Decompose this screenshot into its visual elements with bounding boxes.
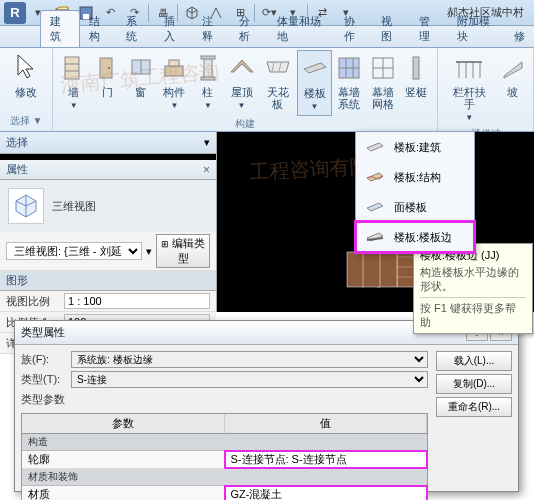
floor-edge-item[interactable]: 楼板:楼板边 [356, 222, 474, 252]
curtain-grid-icon [369, 52, 397, 84]
param-material-row: 材质GZ-混凝土 [22, 486, 427, 500]
railing-icon [453, 52, 485, 84]
tab-massing[interactable]: 体量和场地 [268, 11, 335, 47]
roof-icon [228, 52, 256, 84]
params-table: 参数值 构造 轮廓S-连接节点: S-连接节点 材质和装饰 材质GZ-混凝土 标… [21, 413, 428, 500]
ceiling-icon [264, 52, 292, 84]
tab-architecture[interactable]: 建筑 [40, 10, 80, 47]
door-button[interactable]: 门 [91, 50, 125, 116]
rename-button[interactable]: 重命名(R)... [436, 397, 512, 417]
svg-point-7 [108, 67, 110, 69]
duplicate-button[interactable]: 复制(D)... [436, 374, 512, 394]
svg-rect-12 [204, 57, 212, 79]
select-label: 选择 [6, 135, 28, 150]
component-icon [160, 52, 188, 84]
type-params-label: 类型参数 [21, 392, 428, 407]
col-value: 值 [225, 414, 428, 433]
wall-button[interactable]: 墙▼ [57, 50, 91, 116]
component-button[interactable]: 构件▼ [158, 50, 192, 116]
tooltip-help: 按 F1 键获得更多帮助 [420, 297, 526, 329]
ribbon-panel: 修改 选择 ▼ 墙▼ 门 窗 构件▼ 柱▼ 屋顶▼ 天花板 楼板▼ 幕墙 系统 … [0, 48, 534, 132]
railing-button[interactable]: 栏杆扶手▼ [442, 50, 496, 126]
param-material-value[interactable]: GZ-混凝土 [225, 486, 428, 500]
svg-rect-36 [347, 252, 363, 287]
svg-rect-13 [201, 56, 215, 59]
curtain-grid-button[interactable]: 幕墙 网格 [366, 50, 400, 116]
prop-view-scale: 视图比例 [0, 291, 216, 312]
properties-header: 属性 × [0, 160, 216, 180]
section-materials: 材质和装饰 [22, 469, 427, 486]
type-label: 类型(T): [21, 372, 71, 387]
mullion-icon [402, 52, 430, 84]
modify-button[interactable]: 修改 [4, 50, 48, 113]
props-section-graphics: 图形 [0, 271, 216, 291]
param-profile-value[interactable]: S-连接节点: S-连接节点 [225, 451, 428, 468]
ramp-button[interactable]: 坡 [496, 50, 529, 126]
svg-rect-10 [165, 66, 183, 76]
view-type-icon [8, 188, 44, 224]
svg-rect-24 [413, 57, 419, 79]
view-selector[interactable]: 三维视图: {三维 - 刘延 [6, 242, 142, 260]
tab-manage[interactable]: 管理 [410, 11, 448, 47]
tooltip: 楼板:楼板边 (JJ) 构造楼板水平边缘的形状。 按 F1 键获得更多帮助 [413, 243, 533, 334]
column-icon [194, 52, 222, 84]
select-dropdown-icon[interactable]: ▾ [204, 136, 210, 149]
floor-button[interactable]: 楼板▼ [297, 50, 333, 116]
window-icon [127, 52, 155, 84]
group-select-label[interactable]: 选择 ▼ [4, 113, 48, 129]
type-select[interactable]: S-连接 [71, 371, 428, 388]
tab-systems[interactable]: 系统 [117, 11, 155, 47]
tab-insert[interactable]: 插入 [155, 11, 193, 47]
svg-rect-11 [169, 60, 179, 66]
curtain-system-icon [335, 52, 363, 84]
section-construction: 构造 [22, 434, 427, 451]
floor-edge-icon [364, 228, 386, 246]
group-build-label: 构建 [57, 116, 433, 132]
column-button[interactable]: 柱▼ [191, 50, 225, 116]
tab-analyze[interactable]: 分析 [230, 11, 268, 47]
floor-face-item[interactable]: 面楼板 [356, 192, 474, 222]
family-label: 族(F): [21, 352, 71, 367]
floor-struct-item[interactable]: 楼板:结构 [356, 162, 474, 192]
floor-dropdown-menu: 楼板:建筑 楼板:结构 面楼板 楼板:楼板边 [355, 131, 475, 253]
svg-rect-3 [65, 57, 79, 79]
tooltip-desc: 构造楼板水平边缘的形状。 [420, 265, 526, 293]
roof-button[interactable]: 屋顶▼ [225, 50, 259, 116]
load-button[interactable]: 载入(L)... [436, 351, 512, 371]
family-select[interactable]: 系统族: 楼板边缘 [71, 351, 428, 368]
floor-face-icon [364, 198, 386, 216]
app-logo-icon[interactable]: R [4, 2, 26, 24]
floor-icon [301, 53, 329, 85]
svg-rect-6 [100, 58, 112, 78]
svg-rect-14 [201, 77, 215, 80]
view-selector-row: 三维视图: {三维 - 刘延 ▾ ⊞ 编辑类型 [0, 232, 216, 271]
tab-annotate[interactable]: 注释 [193, 11, 231, 47]
wall-icon [60, 52, 88, 84]
mullion-button[interactable]: 竖梃 [399, 50, 433, 116]
cursor-icon [10, 52, 42, 84]
tab-addins[interactable]: 附加模块 [448, 11, 505, 47]
curtain-system-button[interactable]: 幕墙 系统 [332, 50, 366, 116]
tab-modify[interactable]: 修 [505, 26, 534, 47]
floor-struct-icon [364, 168, 386, 186]
properties-type-selector[interactable]: 三维视图 [0, 180, 216, 232]
ribbon-tabs: 建筑 结构 系统 插入 注释 分析 体量和场地 协作 视图 管理 附加模块 修 [0, 26, 534, 48]
tab-view[interactable]: 视图 [372, 11, 410, 47]
edit-type-button[interactable]: ⊞ 编辑类型 [156, 234, 210, 268]
view-scale-input[interactable] [64, 293, 210, 309]
selection-bar: 选择 ▾ [0, 132, 216, 154]
door-icon [93, 52, 121, 84]
ceiling-button[interactable]: 天花板 [258, 50, 296, 116]
ramp-icon [499, 52, 527, 84]
floor-arch-item[interactable]: 楼板:建筑 [356, 132, 474, 162]
window-button[interactable]: 窗 [124, 50, 158, 116]
param-profile-row: 轮廓S-连接节点: S-连接节点 [22, 451, 427, 469]
floor-arch-icon [364, 138, 386, 156]
col-param: 参数 [22, 414, 225, 433]
tab-structure[interactable]: 结构 [80, 11, 118, 47]
tab-collaborate[interactable]: 协作 [335, 11, 373, 47]
left-column: 选择 ▾ 属性 × 三维视图 三维视图: {三维 - 刘延 ▾ ⊞ 编辑类型 图… [0, 132, 217, 312]
properties-close-icon[interactable]: × [203, 163, 210, 177]
type-properties-dialog: 类型属性 ?× 族(F):系统族: 楼板边缘 类型(T):S-连接 类型参数 参… [14, 320, 519, 492]
